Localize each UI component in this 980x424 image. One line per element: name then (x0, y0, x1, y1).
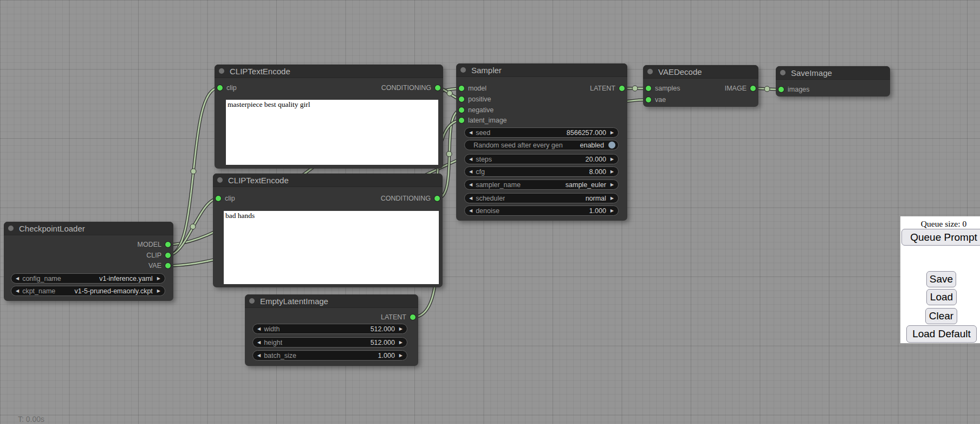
node-save-image[interactable]: SaveImage images (776, 66, 890, 97)
input-pin-icon[interactable] (459, 107, 464, 113)
input-slot-negative[interactable]: negative (456, 105, 494, 115)
collapse-dot-icon[interactable] (249, 298, 255, 304)
decrement-arrow-icon[interactable]: ◀ (469, 157, 472, 162)
queue-size-label: Queue size: 0 (900, 219, 980, 229)
output-pin-icon[interactable] (619, 86, 625, 91)
output-pin-icon[interactable] (435, 85, 440, 91)
collapse-dot-icon[interactable] (217, 177, 223, 183)
node-title: Sampler (471, 66, 502, 75)
decrement-arrow-icon[interactable]: ◀ (469, 131, 472, 135)
increment-arrow-icon[interactable]: ▶ (611, 170, 614, 174)
input-slot-positive[interactable]: positive (456, 94, 491, 105)
node-title-bar[interactable]: CLIPTextEncode (215, 65, 443, 78)
increment-arrow-icon[interactable]: ▶ (611, 196, 614, 201)
widget-sampler-name[interactable]: ◀ sampler_name sample_euler ▶ (464, 179, 619, 190)
decrement-arrow-icon[interactable]: ◀ (16, 277, 19, 281)
widget-seed[interactable]: ◀ seed 8566257.000 ▶ (464, 127, 619, 138)
input-pin-icon[interactable] (778, 87, 784, 92)
output-pin-icon[interactable] (750, 86, 756, 91)
graph-canvas[interactable]: { "canvas": { "timer_label": "T: 0.00s",… (0, 0, 980, 424)
collapse-dot-icon[interactable] (8, 226, 14, 231)
decrement-arrow-icon[interactable]: ◀ (469, 170, 472, 174)
widget-batch-size[interactable]: ◀ batch_size 1.000 ▶ (252, 350, 407, 361)
output-slot-conditioning[interactable]: CONDITIONING (381, 82, 443, 93)
node-title-bar[interactable]: VAEDecode (643, 65, 758, 79)
decrement-arrow-icon[interactable]: ◀ (257, 327, 261, 331)
positive-prompt-textarea[interactable]: masterpiece best quality girl (226, 100, 438, 165)
increment-arrow-icon[interactable]: ▶ (611, 183, 614, 187)
increment-arrow-icon[interactable]: ▶ (399, 327, 403, 331)
input-pin-icon[interactable] (217, 85, 223, 91)
input-pin-icon[interactable] (459, 97, 464, 102)
output-slot-model[interactable]: MODEL (138, 239, 173, 250)
collapse-dot-icon[interactable] (219, 68, 224, 74)
save-button[interactable]: Save (926, 271, 956, 287)
input-pin-icon[interactable] (216, 196, 221, 201)
output-pin-icon[interactable] (165, 253, 171, 258)
input-slot-images[interactable]: images (776, 84, 809, 95)
node-sampler[interactable]: Sampler model positive negative latent_i… (456, 63, 627, 221)
negative-prompt-textarea[interactable]: bad hands (224, 211, 439, 284)
decrement-arrow-icon[interactable]: ◀ (469, 183, 472, 187)
clear-button[interactable]: Clear (925, 308, 957, 324)
output-slot-clip[interactable]: CLIP (146, 250, 173, 261)
node-title-bar[interactable]: SaveImage (776, 66, 890, 80)
output-slot-image[interactable]: IMAGE (725, 83, 758, 94)
input-slot-clip[interactable]: clip (215, 82, 237, 93)
decrement-arrow-icon[interactable]: ◀ (257, 341, 261, 345)
collapse-dot-icon[interactable] (780, 70, 786, 75)
node-vae-decode[interactable]: VAEDecode samples vae IMAGE (643, 65, 758, 107)
output-slot-latent[interactable]: LATENT (590, 83, 627, 94)
input-slot-clip[interactable]: clip (213, 193, 235, 204)
increment-arrow-icon[interactable]: ▶ (611, 209, 614, 213)
decrement-arrow-icon[interactable]: ◀ (16, 289, 19, 293)
collapse-dot-icon[interactable] (647, 69, 653, 74)
increment-arrow-icon[interactable]: ▶ (399, 354, 403, 358)
increment-arrow-icon[interactable]: ▶ (157, 289, 160, 293)
widget-steps[interactable]: ◀ steps 20.000 ▶ (464, 154, 619, 164)
node-title-bar[interactable]: EmptyLatentImage (245, 294, 418, 308)
node-title-bar[interactable]: Sampler (456, 63, 627, 77)
output-slot-latent[interactable]: LATENT (381, 312, 418, 323)
output-slot-conditioning[interactable]: CONDITIONING (381, 193, 443, 204)
increment-arrow-icon[interactable]: ▶ (611, 131, 614, 135)
node-empty-latent-image[interactable]: EmptyLatentImage LATENT ◀ width 512.000 … (245, 294, 418, 366)
collapse-dot-icon[interactable] (460, 67, 466, 73)
input-pin-icon[interactable] (459, 86, 464, 91)
input-slot-samples[interactable]: samples (643, 83, 680, 94)
increment-arrow-icon[interactable]: ▶ (157, 277, 160, 281)
widget-width[interactable]: ◀ width 512.000 ▶ (252, 324, 407, 334)
node-title-bar[interactable]: CheckpointLoader (4, 222, 173, 235)
node-checkpoint-loader[interactable]: CheckpointLoader MODEL CLIP VAE ◀ config… (4, 222, 173, 301)
widget-cfg[interactable]: ◀ cfg 8.000 ▶ (464, 166, 619, 177)
input-slot-latent-image[interactable]: latent_image (456, 115, 507, 126)
output-pin-icon[interactable] (434, 196, 440, 201)
decrement-arrow-icon[interactable]: ◀ (469, 209, 472, 213)
output-pin-icon[interactable] (165, 242, 171, 247)
load-button[interactable]: Load (926, 289, 957, 305)
widget-random-seed-toggle[interactable]: Random seed after every gen enabled (464, 140, 619, 150)
widget-scheduler[interactable]: ◀ scheduler normal ▶ (464, 193, 619, 203)
decrement-arrow-icon[interactable]: ◀ (469, 196, 472, 201)
output-pin-icon[interactable] (165, 263, 171, 268)
widget-ckpt-name[interactable]: ◀ ckpt_name v1-5-pruned-emaonly.ckpt ▶ (11, 286, 165, 296)
queue-prompt-button[interactable]: Queue Prompt (901, 229, 980, 246)
decrement-arrow-icon[interactable]: ◀ (257, 354, 261, 358)
input-slot-model[interactable]: model (456, 83, 486, 94)
input-slot-vae[interactable]: vae (643, 94, 666, 105)
widget-height[interactable]: ◀ height 512.000 ▶ (252, 337, 407, 348)
input-pin-icon[interactable] (646, 86, 651, 91)
node-clip-text-encode-positive[interactable]: CLIPTextEncode clip CONDITIONING masterp… (215, 65, 443, 169)
input-pin-icon[interactable] (646, 97, 651, 102)
increment-arrow-icon[interactable]: ▶ (611, 157, 614, 162)
node-title-bar[interactable]: CLIPTextEncode (213, 174, 443, 187)
widget-config-name[interactable]: ◀ config_name v1-inference.yaml ▶ (11, 273, 165, 284)
toggle-indicator-icon[interactable] (608, 142, 615, 149)
node-clip-text-encode-negative[interactable]: CLIPTextEncode clip CONDITIONING bad han… (213, 174, 443, 287)
input-pin-icon[interactable] (459, 118, 464, 123)
load-default-button[interactable]: Load Default (906, 325, 977, 343)
output-slot-vae[interactable]: VAE (148, 260, 173, 271)
output-pin-icon[interactable] (410, 314, 416, 320)
widget-denoise[interactable]: ◀ denoise 1.000 ▶ (464, 205, 619, 216)
increment-arrow-icon[interactable]: ▶ (399, 341, 403, 345)
